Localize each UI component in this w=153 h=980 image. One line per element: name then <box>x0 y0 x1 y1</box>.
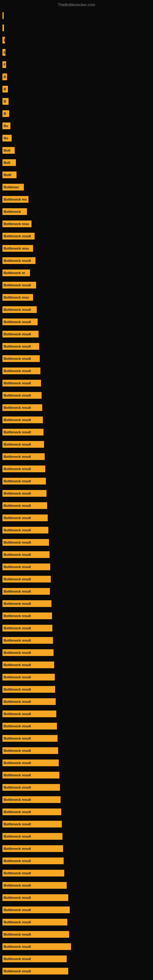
bar-item: F <box>2 61 6 68</box>
bar-item: Bottleneck result <box>2 612 52 619</box>
bar-item: Bottleneck result <box>2 429 43 436</box>
bar-item: Bottleneck <box>2 208 27 215</box>
bar-label: Bottleneck result <box>4 528 31 532</box>
bar-item <box>2 24 4 31</box>
bar-label: Bottleneck result <box>4 822 31 826</box>
bar-label: Bottleneck result <box>4 626 31 630</box>
bar-item: Bottleneck result <box>2 821 62 827</box>
bar-label: Bottleneck result <box>4 320 31 324</box>
bar-item: Bottleneck result <box>2 882 67 889</box>
bar-item: Bottleneck result <box>2 355 40 362</box>
bar-item: Bottleneck result <box>2 674 55 681</box>
bar-label: Bottleneck re <box>4 271 25 275</box>
bar-label: Bottleneck res <box>4 197 27 201</box>
bar-item: Bottleneck result <box>2 306 37 313</box>
bar-label: B <box>4 87 6 91</box>
bar-label: B <box>4 112 6 115</box>
bar-item: E <box>2 49 5 56</box>
bar-label: Bottl <box>4 173 11 177</box>
bar-label: Bottleneck result <box>4 835 31 838</box>
bar-item: Bottleneck result <box>2 808 61 815</box>
bar-label: Bottleneck result <box>4 786 31 789</box>
bar-item: Bottleneck result <box>2 441 44 448</box>
bar-item: Bottleneck result <box>2 404 42 411</box>
bar-label: Bottleneck resu <box>4 222 29 226</box>
bar-item: B <box>2 110 9 117</box>
bar-label: Bottleneck result <box>4 810 31 814</box>
bar-item: Bottleneck result <box>2 625 52 632</box>
bar-label: Bottleneck result <box>4 847 31 850</box>
bar-item: Bottleneck result <box>2 833 62 840</box>
bar-label: Bottleneck resu <box>4 247 29 250</box>
bar-item: Bolt <box>2 159 16 166</box>
bar-item: Bottleneck result <box>2 747 58 754</box>
bar-label: F <box>4 63 6 67</box>
bar-label: Bottleneck result <box>4 283 31 287</box>
bar-label: Bottleneck result <box>4 455 31 458</box>
bar-label: B <box>4 100 6 103</box>
bar-label: Bottleneck result <box>4 945 31 948</box>
bar-label: Bottleneck result <box>4 577 31 581</box>
bar-label: Bottleneck result <box>4 896 31 899</box>
bar-label: E <box>4 38 5 42</box>
bar-item: Bottleneck result <box>2 968 68 975</box>
bar-label: Bottleneck result <box>4 553 31 557</box>
bar-label: Bottleneck result <box>4 504 31 508</box>
bar-label: Bottleneck result <box>4 259 31 262</box>
bar-item: Bottleneck result <box>2 894 68 901</box>
bar-label: Bottleneck result <box>4 492 31 495</box>
bar-label: Bottleneck result <box>4 541 31 544</box>
bar-label: Bottleneck result <box>4 234 31 238</box>
bar-item: Bottleneck result <box>2 527 48 533</box>
bar-label: Bottleneck result <box>4 602 31 605</box>
bar-label: Bottleneck resu <box>4 296 29 299</box>
bar-label: B <box>4 75 6 79</box>
bar-label: Bottleneck result <box>4 908 31 912</box>
bar-item: Bottleneck resu <box>2 294 33 301</box>
bar-item: Bottleneck result <box>2 282 36 288</box>
bar-item: Bottleneck result <box>2 711 56 717</box>
bar-label: Bottleneck result <box>4 369 31 373</box>
bar-label: Bottleneck result <box>4 737 31 740</box>
bar-label: Bottleneck result <box>4 749 31 752</box>
bar-label: Bottleneck result <box>4 614 31 618</box>
bar-item: Bottleneck result <box>2 723 57 730</box>
bar-item: Bottlenec <box>2 184 24 191</box>
bar-label: Bottleneck result <box>4 516 31 520</box>
bar-label: Bottleneck result <box>4 773 31 777</box>
bar-item: Bottleneck result <box>2 845 63 852</box>
bar-item: Bottleneck resu <box>2 221 32 227</box>
bar-item: Bottleneck result <box>2 576 51 582</box>
bar-item: B <box>2 98 9 105</box>
bar-item: Bottleneck result <box>2 490 46 497</box>
bar-item: Bottleneck result <box>2 257 35 264</box>
bar-item: Bottleneck result <box>2 233 35 240</box>
bar-item: Bottleneck result <box>2 931 69 938</box>
bar-item: Bottleneck result <box>2 637 53 644</box>
bar-label: Bottleneck result <box>4 406 31 409</box>
bar-item: Bottleneck result <box>2 796 61 803</box>
bar-item: Bottleneck result <box>2 956 67 962</box>
bar-item: Bottleneck result <box>2 343 39 350</box>
bar-item: Bottleneck result <box>2 539 49 546</box>
bar-label: Bottleneck result <box>4 590 31 593</box>
bar-item: E <box>2 37 5 43</box>
bar-label: Bottleneck result <box>4 638 31 642</box>
bar-item: Bottleneck result <box>2 453 45 460</box>
bar-label: Bottleneck result <box>4 957 31 961</box>
bar-label: Bottleneck result <box>4 675 31 679</box>
bar-label: Bottleneck <box>4 210 21 213</box>
bar-label: Bottleneck result <box>4 871 31 875</box>
bar-item: Bottleneck result <box>2 318 38 325</box>
bar-label: Bottleneck result <box>4 883 31 887</box>
bar-label: Bottleneck result <box>4 712 31 716</box>
bar-item: Bottleneck result <box>2 772 59 778</box>
bar-label: Bottleneck result <box>4 430 31 434</box>
bar-label: Bottlenec <box>4 185 19 189</box>
bar-item <box>2 12 4 19</box>
bar-label: Bottleneck result <box>4 920 31 924</box>
bar-label: Bottleneck result <box>4 332 31 336</box>
bar-label: Bottleneck result <box>4 393 31 397</box>
bar-item: Bottl <box>2 172 16 178</box>
bar-label: Bottleneck result <box>4 345 31 348</box>
